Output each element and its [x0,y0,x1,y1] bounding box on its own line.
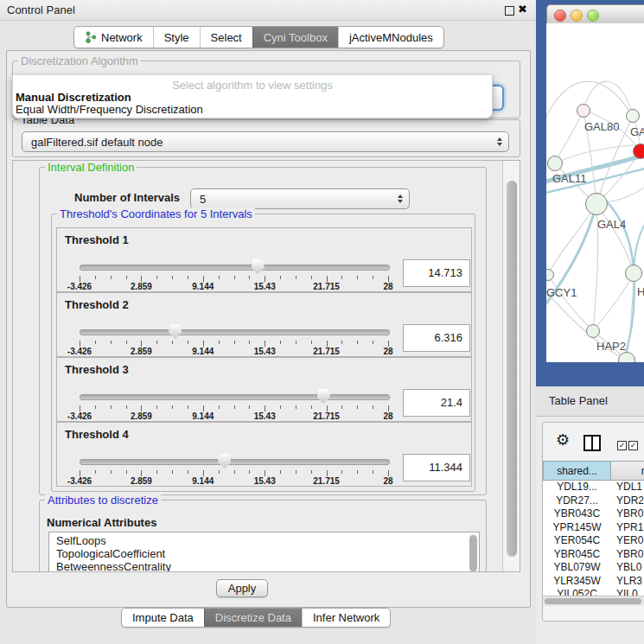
slider-track[interactable] [80,394,390,400]
algorithm-menu-item[interactable]: Manual Discretization [16,91,131,104]
table-data-combobox[interactable]: galFiltered.sif default node [22,131,509,152]
tick-mark [95,341,96,344]
attributes-group: Attributes to discretize Numerical Attri… [39,500,487,572]
list-scrollbar[interactable] [469,534,477,572]
tick-mark [388,470,389,476]
threshold-value-field[interactable]: 14.713 [403,259,470,287]
settings-scrollbar[interactable] [502,161,520,571]
control-panel-titlebar: Control Panel ✖ [0,0,536,21]
threshold-value-field[interactable]: 6.316 [403,324,470,352]
network-node[interactable] [577,104,590,118]
close-icon[interactable]: ✖ [518,3,527,16]
threshold-label: Threshold 4 [65,428,129,441]
tick-mark [95,276,96,279]
numerical-attributes-list[interactable]: SelfLoopsTopologicalCoefficientBetweenne… [48,532,480,572]
tab-infer-network[interactable]: Infer Network [302,609,390,627]
table-row[interactable]: YBR045CYBR0 [543,548,644,562]
cell-name: YER0 [611,534,644,548]
network-canvas[interactable]: GAL80GAGAL11GAL4GCY1HHAP2 [546,23,644,362]
tab-style[interactable]: Style [153,27,200,48]
tick-label: 21.715 [301,282,353,291]
network-node[interactable] [585,193,608,215]
threshold-value-field[interactable]: 11.344 [403,454,470,481]
checkbox-icon[interactable]: ✓ [617,441,627,450]
columns-icon[interactable] [583,435,601,451]
algorithm-menu-item[interactable]: Equal Width/Frequency Discretization [16,103,203,116]
table-row[interactable]: YDL19...YDL1 [543,481,644,494]
tick-mark [280,341,281,344]
algorithm-popup: Select algorithm to view settings Manual… [12,75,493,118]
tab-cyni-toolbox[interactable]: Cyni Toolbox [252,27,338,48]
table-panel-header: Table Panel [536,386,644,417]
node-label: GAL80 [584,120,619,133]
network-window-titlebar[interactable] [546,4,644,24]
tab-discretize-data[interactable]: Discretize Data [204,609,302,627]
table-row[interactable]: YDR27...YDR2 [543,494,644,508]
threshold-value-field[interactable]: 21.4 [403,389,470,417]
table-horizontal-scrollbar[interactable] [543,596,644,606]
list-item[interactable]: BetweennessCentrality [49,560,479,572]
number-of-intervals-combobox[interactable]: 5 [190,188,410,209]
network-node[interactable] [625,265,642,282]
tab-jactivemnodules[interactable]: jActiveMNodules [338,27,443,48]
tick-mark [373,470,373,474]
network-node[interactable] [586,324,600,338]
tick-mark [172,405,173,409]
slider-track[interactable] [80,265,390,271]
tick-mark [80,276,80,282]
tick-mark [265,341,265,347]
tab-select[interactable]: Select [200,27,252,48]
table-row[interactable]: YBR043CYBR0 [543,507,644,521]
cell-shared-name: YPR145W [543,521,611,535]
slider-thumb[interactable] [169,324,182,339]
table-row[interactable]: YBL079WYBL0 [543,561,644,575]
network-node[interactable] [626,109,640,123]
slider-thumb[interactable] [252,259,265,274]
list-item[interactable]: TopologicalCoefficient [49,547,479,560]
tab-label: Infer Network [313,611,379,624]
tab-label: Select [211,31,242,44]
scrollbar-thumb[interactable] [545,598,641,604]
tick-mark [203,341,204,347]
slider-thumb[interactable] [218,454,231,469]
tick-mark [249,341,250,344]
table-row[interactable]: YIL052CYIL0 [543,588,644,596]
tick-mark [156,276,157,279]
tick-mark [172,470,173,474]
tab-impute-data[interactable]: Impute Data [122,609,204,627]
network-node[interactable] [547,156,563,171]
slider-track[interactable] [80,459,390,465]
apply-button[interactable]: Apply [216,579,268,597]
tick-mark [111,341,112,344]
table-row[interactable]: YER054CYER0 [543,534,644,548]
column-header-name[interactable]: na [611,461,644,481]
tick-mark [80,405,80,411]
tick-mark [188,470,188,474]
scrollbar-thumb[interactable] [507,181,517,557]
column-header-shared-name[interactable]: shared... [543,461,611,481]
tick-mark [126,470,127,474]
cell-shared-name: YER054C [543,534,611,548]
tick-mark [357,405,358,409]
cell-name: YBR0 [611,507,644,521]
tick-mark [388,405,389,411]
checkbox-icon[interactable]: ✓ [628,441,638,450]
threshold-label: Threshold 1 [65,233,129,246]
tick-mark [341,470,342,474]
table-row[interactable]: YLR345WYLR3 [543,575,644,589]
close-button[interactable] [554,10,566,22]
network-node[interactable] [633,143,644,159]
table-row[interactable]: YPR145WYPR1 [543,521,644,535]
float-panel-icon[interactable] [505,6,514,16]
tab-network[interactable]: Network [74,27,153,48]
tick-label: 21.715 [301,411,353,421]
slider-track[interactable] [80,329,390,335]
list-item[interactable]: SelfLoops [49,534,479,547]
tick-mark [265,405,265,411]
zoom-button[interactable] [587,10,599,22]
slider-thumb[interactable] [317,389,330,404]
gear-icon[interactable]: ⚙ [556,430,570,450]
control-panel-title: Control Panel [7,3,75,16]
minimize-button[interactable] [571,10,583,22]
top-tab-bar: NetworkStyleSelectCyni ToolboxjActiveMNo… [73,26,444,48]
